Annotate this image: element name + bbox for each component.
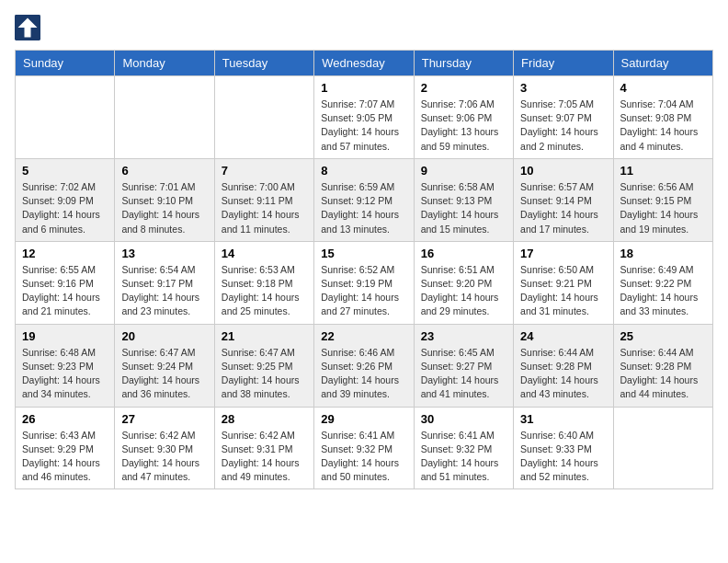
calendar-cell: 18Sunrise: 6:49 AM Sunset: 9:22 PM Dayli… xyxy=(613,241,712,324)
cell-info: Sunrise: 6:57 AM Sunset: 9:14 PM Dayligh… xyxy=(520,180,606,236)
day-number: 24 xyxy=(520,329,606,343)
day-number: 12 xyxy=(22,247,108,260)
day-number: 11 xyxy=(620,164,706,178)
cell-info: Sunrise: 6:42 AM Sunset: 9:30 PM Dayligh… xyxy=(121,429,207,485)
cell-info: Sunrise: 6:52 AM Sunset: 9:19 PM Dayligh… xyxy=(321,263,406,319)
cell-info: Sunrise: 6:53 AM Sunset: 9:18 PM Dayligh… xyxy=(222,263,307,319)
day-number: 15 xyxy=(321,247,406,260)
day-number: 31 xyxy=(520,412,606,426)
calendar-cell: 19Sunrise: 6:48 AM Sunset: 9:23 PM Dayli… xyxy=(16,324,115,407)
day-number: 21 xyxy=(222,329,307,343)
cell-info: Sunrise: 6:41 AM Sunset: 9:32 PM Dayligh… xyxy=(421,429,506,485)
day-number: 6 xyxy=(121,164,207,178)
calendar-cell: 5Sunrise: 7:02 AM Sunset: 9:09 PM Daylig… xyxy=(16,158,115,241)
cell-info: Sunrise: 6:48 AM Sunset: 9:23 PM Dayligh… xyxy=(22,346,108,402)
day-number: 23 xyxy=(421,329,506,343)
calendar-table: SundayMondayTuesdayWednesdayThursdayFrid… xyxy=(15,50,713,489)
cell-info: Sunrise: 6:49 AM Sunset: 9:22 PM Dayligh… xyxy=(620,263,706,319)
weekday-header-friday: Friday xyxy=(514,51,613,76)
weekday-header-thursday: Thursday xyxy=(414,51,513,76)
logo-icon xyxy=(15,15,40,40)
calendar-cell: 24Sunrise: 6:44 AM Sunset: 9:28 PM Dayli… xyxy=(514,324,613,407)
calendar-cell: 25Sunrise: 6:44 AM Sunset: 9:28 PM Dayli… xyxy=(613,324,712,407)
day-number: 27 xyxy=(121,412,207,426)
calendar-cell: 21Sunrise: 6:47 AM Sunset: 9:25 PM Dayli… xyxy=(214,324,313,407)
calendar-cell: 15Sunrise: 6:52 AM Sunset: 9:19 PM Dayli… xyxy=(314,241,414,324)
cell-info: Sunrise: 7:04 AM Sunset: 9:08 PM Dayligh… xyxy=(620,98,706,154)
cell-info: Sunrise: 7:07 AM Sunset: 9:05 PM Dayligh… xyxy=(321,98,406,154)
calendar-cell: 2Sunrise: 7:06 AM Sunset: 9:06 PM Daylig… xyxy=(414,76,513,159)
cell-info: Sunrise: 7:01 AM Sunset: 9:10 PM Dayligh… xyxy=(121,180,207,236)
day-number: 14 xyxy=(222,247,307,260)
cell-info: Sunrise: 6:43 AM Sunset: 9:29 PM Dayligh… xyxy=(22,429,108,485)
cell-info: Sunrise: 6:59 AM Sunset: 9:12 PM Dayligh… xyxy=(321,180,406,236)
cell-info: Sunrise: 6:46 AM Sunset: 9:26 PM Dayligh… xyxy=(321,346,406,402)
week-row-3: 12Sunrise: 6:55 AM Sunset: 9:16 PM Dayli… xyxy=(16,241,713,324)
cell-info: Sunrise: 6:41 AM Sunset: 9:32 PM Dayligh… xyxy=(321,429,406,485)
day-number: 1 xyxy=(321,81,406,95)
day-number: 16 xyxy=(421,247,506,260)
calendar-cell: 8Sunrise: 6:59 AM Sunset: 9:12 PM Daylig… xyxy=(314,158,414,241)
cell-info: Sunrise: 7:05 AM Sunset: 9:07 PM Dayligh… xyxy=(520,98,606,154)
day-number: 9 xyxy=(421,164,506,178)
day-number: 28 xyxy=(222,412,307,426)
day-number: 30 xyxy=(421,412,506,426)
calendar-cell xyxy=(613,407,712,489)
calendar-cell: 12Sunrise: 6:55 AM Sunset: 9:16 PM Dayli… xyxy=(16,241,115,324)
cell-info: Sunrise: 6:47 AM Sunset: 9:24 PM Dayligh… xyxy=(121,346,207,402)
cell-info: Sunrise: 6:50 AM Sunset: 9:21 PM Dayligh… xyxy=(520,263,606,319)
page-header xyxy=(15,15,713,40)
cell-info: Sunrise: 7:06 AM Sunset: 9:06 PM Dayligh… xyxy=(421,98,506,154)
calendar-cell: 7Sunrise: 7:00 AM Sunset: 9:11 PM Daylig… xyxy=(214,158,313,241)
calendar-cell: 23Sunrise: 6:45 AM Sunset: 9:27 PM Dayli… xyxy=(414,324,513,407)
weekday-header-monday: Monday xyxy=(115,51,214,76)
weekday-header-wednesday: Wednesday xyxy=(314,51,414,76)
week-row-4: 19Sunrise: 6:48 AM Sunset: 9:23 PM Dayli… xyxy=(16,324,713,407)
calendar-cell: 28Sunrise: 6:42 AM Sunset: 9:31 PM Dayli… xyxy=(214,407,313,489)
cell-info: Sunrise: 6:55 AM Sunset: 9:16 PM Dayligh… xyxy=(22,263,108,319)
cell-info: Sunrise: 6:58 AM Sunset: 9:13 PM Dayligh… xyxy=(421,180,506,236)
day-number: 4 xyxy=(620,81,706,95)
cell-info: Sunrise: 6:54 AM Sunset: 9:17 PM Dayligh… xyxy=(121,263,207,319)
cell-info: Sunrise: 6:44 AM Sunset: 9:28 PM Dayligh… xyxy=(620,346,706,402)
calendar-cell: 13Sunrise: 6:54 AM Sunset: 9:17 PM Dayli… xyxy=(115,241,214,324)
weekday-header-sunday: Sunday xyxy=(16,51,115,76)
calendar-cell xyxy=(214,76,313,159)
cell-info: Sunrise: 7:02 AM Sunset: 9:09 PM Dayligh… xyxy=(22,180,108,236)
calendar-cell xyxy=(16,76,115,159)
calendar-cell: 17Sunrise: 6:50 AM Sunset: 9:21 PM Dayli… xyxy=(514,241,613,324)
day-number: 26 xyxy=(22,412,108,426)
day-number: 19 xyxy=(22,329,108,343)
day-number: 8 xyxy=(321,164,406,178)
calendar-cell: 10Sunrise: 6:57 AM Sunset: 9:14 PM Dayli… xyxy=(514,158,613,241)
calendar-cell: 11Sunrise: 6:56 AM Sunset: 9:15 PM Dayli… xyxy=(613,158,712,241)
cell-info: Sunrise: 6:42 AM Sunset: 9:31 PM Dayligh… xyxy=(222,429,307,485)
day-number: 10 xyxy=(520,164,606,178)
cell-info: Sunrise: 7:00 AM Sunset: 9:11 PM Dayligh… xyxy=(222,180,307,236)
day-number: 20 xyxy=(121,329,207,343)
week-row-5: 26Sunrise: 6:43 AM Sunset: 9:29 PM Dayli… xyxy=(16,407,713,489)
day-number: 3 xyxy=(520,81,606,95)
calendar-cell: 26Sunrise: 6:43 AM Sunset: 9:29 PM Dayli… xyxy=(16,407,115,489)
calendar-cell: 29Sunrise: 6:41 AM Sunset: 9:32 PM Dayli… xyxy=(314,407,414,489)
day-number: 17 xyxy=(520,247,606,260)
calendar-cell xyxy=(115,76,214,159)
calendar-cell: 20Sunrise: 6:47 AM Sunset: 9:24 PM Dayli… xyxy=(115,324,214,407)
calendar-cell: 14Sunrise: 6:53 AM Sunset: 9:18 PM Dayli… xyxy=(214,241,313,324)
calendar-cell: 22Sunrise: 6:46 AM Sunset: 9:26 PM Dayli… xyxy=(314,324,414,407)
day-number: 25 xyxy=(620,329,706,343)
calendar-cell: 4Sunrise: 7:04 AM Sunset: 9:08 PM Daylig… xyxy=(613,76,712,159)
day-number: 18 xyxy=(620,247,706,260)
calendar-cell: 6Sunrise: 7:01 AM Sunset: 9:10 PM Daylig… xyxy=(115,158,214,241)
cell-info: Sunrise: 6:56 AM Sunset: 9:15 PM Dayligh… xyxy=(620,180,706,236)
week-row-1: 1Sunrise: 7:07 AM Sunset: 9:05 PM Daylig… xyxy=(16,76,713,159)
cell-info: Sunrise: 6:47 AM Sunset: 9:25 PM Dayligh… xyxy=(222,346,307,402)
cell-info: Sunrise: 6:45 AM Sunset: 9:27 PM Dayligh… xyxy=(421,346,506,402)
week-row-2: 5Sunrise: 7:02 AM Sunset: 9:09 PM Daylig… xyxy=(16,158,713,241)
weekday-header-row: SundayMondayTuesdayWednesdayThursdayFrid… xyxy=(16,51,713,76)
logo xyxy=(15,15,44,40)
weekday-header-tuesday: Tuesday xyxy=(214,51,313,76)
calendar-cell: 3Sunrise: 7:05 AM Sunset: 9:07 PM Daylig… xyxy=(514,76,613,159)
calendar-cell: 30Sunrise: 6:41 AM Sunset: 9:32 PM Dayli… xyxy=(414,407,513,489)
day-number: 29 xyxy=(321,412,406,426)
